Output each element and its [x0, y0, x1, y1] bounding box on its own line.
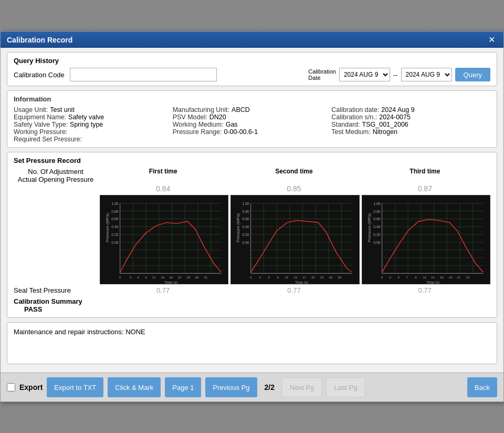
- calibration-sn-row: Calibration s/n.: 2024-0075: [331, 114, 490, 121]
- working-pressure-label: Working Pressure:: [14, 128, 68, 136]
- info-col-1: Usage Unit: Test unit Equipment Name: Sa…: [14, 106, 173, 143]
- psv-model-val: DN20: [209, 114, 226, 121]
- svg-text:Pressure (MPa): Pressure (MPa): [367, 213, 372, 242]
- query-button[interactable]: Query: [455, 68, 490, 81]
- next-pg-button[interactable]: Next Pg: [282, 377, 322, 397]
- svg-text:0.00: 0.00: [373, 241, 381, 244]
- query-row: Calibration Code CalibrationDate 2024 AU…: [14, 68, 490, 81]
- manufacturing-unit-label: Manufacturing Unit:: [173, 106, 229, 114]
- equipment-name-val: Safety valve: [68, 114, 104, 121]
- export-label: Export: [19, 383, 43, 391]
- svg-text:0.80: 0.80: [111, 210, 119, 213]
- usage-unit-label: Usage Unit:: [14, 106, 48, 114]
- svg-text:9: 9: [277, 276, 279, 279]
- date-separator: --: [393, 71, 398, 79]
- svg-text:18: 18: [448, 276, 452, 279]
- export-to-txt-button[interactable]: Export to TXT: [47, 377, 103, 397]
- sp-header-row: No. Of Adjustment Actual Opening Pressur…: [14, 168, 490, 183]
- usage-unit-val: Test unit: [50, 106, 75, 114]
- seal-val-3: 0.77: [360, 286, 490, 294]
- manufacturing-unit-val: ABCD: [232, 106, 250, 114]
- seal-row: Seal Test Pressure 0.77 0.77 0.77: [14, 286, 490, 294]
- calibration-date-info-val: 2024 Aug 9: [381, 106, 414, 114]
- svg-text:0.20: 0.20: [111, 233, 119, 236]
- svg-text:0.60: 0.60: [111, 217, 119, 221]
- psv-model-label: PSV Model:: [173, 114, 207, 121]
- chart-1: Pressure (MPa): [100, 195, 228, 284]
- page-info: 2/2: [261, 383, 278, 391]
- working-medium-label: Working Medium:: [173, 121, 224, 128]
- date-from-select[interactable]: 2024 AUG 9: [339, 68, 390, 81]
- svg-text:26: 26: [329, 276, 333, 279]
- maintenance-section: Maintenance and repair instructions: NON…: [7, 322, 497, 364]
- svg-text:Time (s): Time (s): [295, 281, 308, 284]
- equipment-name-label: Equipment Name:: [14, 114, 66, 121]
- working-pressure-row: Working Pressure:: [14, 128, 173, 136]
- last-pg-button[interactable]: Last Pg: [326, 377, 365, 397]
- svg-text:16: 16: [161, 276, 164, 279]
- first-time-label: First time: [98, 168, 228, 183]
- third-time-pressure: 0.87: [360, 184, 490, 193]
- psv-model-row: PSV Model: DN20: [173, 114, 332, 121]
- date-to-select[interactable]: 2024 AUG 9: [401, 68, 452, 81]
- svg-text:0.00: 0.00: [111, 241, 119, 244]
- close-button[interactable]: ✕: [486, 35, 497, 45]
- svg-text:9: 9: [415, 276, 416, 279]
- test-medium-val: Nitrogen: [373, 128, 397, 136]
- svg-text:25: 25: [187, 276, 191, 279]
- pressure-range-row: Pressure Range: 0-00-00.6-1: [173, 128, 332, 136]
- svg-text:0.60: 0.60: [373, 217, 381, 221]
- svg-text:Time (s): Time (s): [426, 281, 439, 284]
- calibration-date-label: CalibrationDate: [308, 68, 336, 81]
- svg-text:0.40: 0.40: [111, 225, 119, 229]
- svg-text:0.20: 0.20: [373, 233, 381, 236]
- svg-text:17: 17: [302, 276, 306, 279]
- second-time-pressure: 0.85: [228, 184, 359, 193]
- svg-text:12: 12: [152, 276, 156, 279]
- previous-pg-button[interactable]: Previous Pg: [205, 377, 257, 397]
- pressure-range-label: Pressure Range:: [173, 128, 222, 136]
- no-of-adjustment-label: No. Of Adjustment: [14, 168, 98, 176]
- information-label: Information: [14, 95, 490, 103]
- svg-text:22: 22: [178, 276, 182, 279]
- calibration-date-info-label: Calibration date:: [331, 106, 379, 114]
- svg-text:16: 16: [440, 276, 444, 279]
- svg-text:23: 23: [320, 276, 324, 279]
- svg-text:Time (s): Time (s): [164, 281, 177, 284]
- seal-test-pressure-label: Seal Test Pressure: [14, 286, 98, 294]
- svg-text:28: 28: [195, 276, 199, 279]
- calibration-code-input[interactable]: [70, 68, 217, 81]
- svg-text:Pressure (MPa): Pressure (MPa): [105, 213, 110, 242]
- svg-rect-0: [104, 195, 224, 284]
- standard-val: TSG_001_2006: [362, 121, 408, 128]
- actual-opening-pressure-label: Actual Opening Pressure: [14, 176, 98, 183]
- safety-valve-type-val: Spring type: [70, 121, 103, 128]
- first-time-pressure: 0.84: [98, 184, 228, 193]
- page-1-button[interactable]: Page 1: [165, 377, 201, 397]
- test-medium-label: Test Medium:: [331, 128, 370, 136]
- svg-text:0.20: 0.20: [243, 233, 250, 236]
- set-pressure-section: Set Pressure Record No. Of Adjustment Ac…: [7, 152, 497, 318]
- calibration-record-window: Calibration Record ✕ Query History Calib…: [0, 31, 504, 402]
- click-mark-button[interactable]: Click & Mark: [108, 377, 161, 397]
- sp-labels-col: No. Of Adjustment Actual Opening Pressur…: [14, 168, 98, 183]
- test-medium-row: Test Medium: Nitrogen: [331, 128, 490, 136]
- maintenance-label: Maintenance and repair instructions:: [14, 328, 124, 336]
- back-button[interactable]: Back: [467, 377, 497, 397]
- svg-text:29: 29: [338, 276, 342, 279]
- title-bar: Calibration Record ✕: [1, 32, 503, 48]
- svg-text:1.00: 1.00: [373, 202, 381, 205]
- working-medium-val: Gas: [226, 121, 238, 128]
- export-checkbox[interactable]: [7, 383, 15, 391]
- svg-text:12: 12: [423, 276, 426, 279]
- third-time-label: Third time: [360, 168, 490, 183]
- svg-text:19: 19: [169, 276, 173, 279]
- svg-text:0.80: 0.80: [243, 210, 250, 213]
- svg-text:12: 12: [285, 276, 289, 279]
- second-time-label: Second time: [228, 168, 359, 183]
- svg-rect-39: [235, 195, 354, 284]
- svg-text:15: 15: [294, 276, 298, 279]
- standard-label: Standard:: [331, 121, 360, 128]
- chart-3: Pressure (MPa): [362, 195, 490, 284]
- calibration-date-info-row: Calibration date: 2024 Aug 9: [331, 106, 490, 114]
